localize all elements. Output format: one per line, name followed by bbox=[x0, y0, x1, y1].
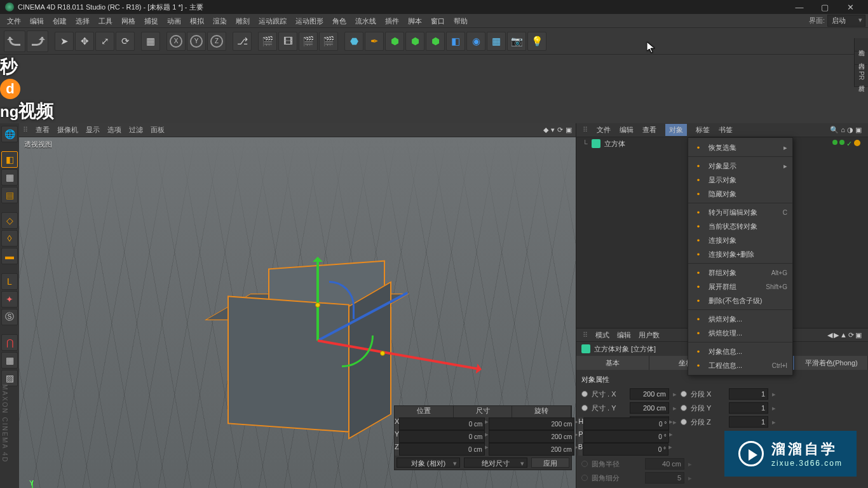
ctx-恢复选集[interactable]: •恢复选集▸ bbox=[688, 140, 792, 154]
close-button[interactable]: ✕ bbox=[837, 3, 863, 12]
attr-menu-用户数[interactable]: 用户数 bbox=[639, 330, 660, 340]
ctx-工程信息...[interactable]: •工程信息...Ctrl+I bbox=[688, 358, 792, 372]
seg-y-input[interactable] bbox=[729, 402, 768, 414]
coord-size-mode-select[interactable]: 绝对尺寸 bbox=[464, 458, 527, 468]
edge-mode-button[interactable]: ◊ bbox=[1, 230, 18, 247]
size-x-input[interactable] bbox=[630, 388, 669, 400]
menu-流水线[interactable]: 流水线 bbox=[351, 14, 381, 28]
anim-dot[interactable] bbox=[581, 391, 588, 397]
om-eye-icon[interactable]: ◑ bbox=[847, 126, 853, 134]
vp-menu-摄像机[interactable]: 摄像机 bbox=[57, 125, 78, 135]
axis-y-toggle[interactable]: Y bbox=[187, 32, 206, 51]
attr-nav-new-icon[interactable]: ▣ bbox=[855, 331, 862, 339]
vp-icon-1[interactable]: ◆ bbox=[543, 126, 548, 134]
phong-tag-icon[interactable] bbox=[854, 140, 860, 146]
ctx-转为可编辑对象[interactable]: •转为可编辑对象C bbox=[688, 205, 792, 219]
poly-mode-button[interactable]: ▬ bbox=[1, 248, 18, 264]
coord-pos-Y[interactable] bbox=[399, 430, 485, 443]
attr-nav-lock-icon[interactable]: ⟳ bbox=[848, 331, 854, 339]
axis-x-toggle[interactable]: X bbox=[166, 32, 186, 51]
texture-mode-button[interactable]: ▦ bbox=[1, 169, 18, 186]
vis-editor-dot[interactable] bbox=[832, 140, 837, 145]
menu-文件[interactable]: 文件 bbox=[3, 14, 25, 28]
move-tool[interactable]: ✥ bbox=[75, 32, 94, 51]
menu-捕捉[interactable]: 捕捉 bbox=[140, 14, 163, 28]
coord-system-button[interactable]: ⎇ bbox=[233, 32, 252, 51]
ctx-显示对象[interactable]: •显示对象 bbox=[688, 173, 792, 187]
ctx-对象信息...[interactable]: •对象信息... bbox=[688, 344, 792, 358]
attr-menu-模式[interactable]: 模式 bbox=[595, 330, 609, 340]
side-tab-内容[interactable]: 内容 bbox=[855, 51, 867, 65]
camera-button[interactable]: 📷 bbox=[507, 32, 526, 51]
vp-menu-面板[interactable]: 面板 bbox=[151, 125, 165, 135]
gizmo-y-axis[interactable] bbox=[316, 258, 319, 341]
attr-tab-基本[interactable]: 基本 bbox=[576, 356, 649, 370]
axis-z-toggle[interactable]: Z bbox=[207, 32, 226, 51]
light-button[interactable]: 💡 bbox=[527, 32, 546, 51]
seg-x-input[interactable] bbox=[729, 388, 768, 400]
seg-z-input[interactable] bbox=[729, 416, 768, 428]
menu-窗口[interactable]: 窗口 bbox=[426, 14, 449, 28]
size-y-input[interactable] bbox=[630, 402, 669, 414]
deformer-button[interactable]: ◧ bbox=[446, 32, 465, 51]
render-pv-button[interactable]: 🎬 bbox=[319, 32, 338, 51]
generator2-button[interactable]: ⬢ bbox=[405, 32, 424, 51]
vis-render-dot[interactable] bbox=[839, 140, 844, 145]
environment-button[interactable]: ◉ bbox=[466, 32, 485, 51]
generator-button[interactable]: ⬢ bbox=[385, 32, 404, 51]
menu-创建[interactable]: 创建 bbox=[48, 14, 71, 28]
menu-脚本[interactable]: 脚本 bbox=[403, 14, 426, 28]
scene-button[interactable]: ▦ bbox=[487, 32, 506, 51]
gizmo-knob-y[interactable] bbox=[315, 302, 320, 308]
scale-tool[interactable]: ⤢ bbox=[95, 32, 114, 51]
undo-button[interactable] bbox=[4, 30, 25, 52]
vp-icon-2[interactable]: ▾ bbox=[551, 126, 555, 134]
model-mode-button[interactable]: ◧ bbox=[1, 151, 18, 168]
coord-rot-Y[interactable] bbox=[583, 430, 669, 443]
menu-网格[interactable]: 网格 bbox=[117, 14, 140, 28]
ctx-群组对象[interactable]: •群组对象Alt+G bbox=[688, 266, 792, 280]
om-search-icon[interactable]: 🔍 bbox=[830, 126, 839, 134]
coord-pos-X[interactable] bbox=[399, 417, 485, 430]
ctx-烘焙对象...[interactable]: •烘焙对象... bbox=[688, 312, 792, 326]
anim-dot[interactable] bbox=[681, 419, 687, 425]
redo-button[interactable] bbox=[27, 30, 48, 52]
enable-check-icon[interactable]: ✓ bbox=[846, 140, 852, 148]
snap-button[interactable]: Ⓢ bbox=[1, 309, 18, 325]
om-menu-编辑[interactable]: 编辑 bbox=[620, 125, 634, 135]
side-tab-构造[interactable]: 构造 bbox=[855, 38, 867, 51]
menu-工具[interactable]: 工具 bbox=[94, 14, 117, 28]
attr-menu-编辑[interactable]: 编辑 bbox=[617, 330, 631, 340]
om-menu-标签[interactable]: 标签 bbox=[696, 125, 710, 135]
render-settings-button[interactable]: 🎬 bbox=[299, 32, 318, 51]
cube-object[interactable] bbox=[227, 264, 412, 455]
mograph-button[interactable]: ⬢ bbox=[426, 32, 445, 51]
gizmo-knob-x[interactable] bbox=[380, 351, 385, 356]
vp-icon-3[interactable]: ⟳ bbox=[557, 126, 563, 134]
menu-雕刻[interactable]: 雕刻 bbox=[231, 14, 254, 28]
attr-nav-up-icon[interactable]: ▲ bbox=[840, 331, 847, 339]
ctx-隐藏对象[interactable]: •隐藏对象 bbox=[688, 187, 792, 201]
menu-运动跟踪[interactable]: 运动跟踪 bbox=[254, 14, 291, 28]
anim-dot[interactable] bbox=[681, 391, 687, 397]
om-menu-书签[interactable]: 书签 bbox=[719, 125, 733, 135]
menu-动画[interactable]: 动画 bbox=[163, 14, 186, 28]
menu-插件[interactable]: 插件 bbox=[381, 14, 403, 28]
vp-icon-4[interactable]: ▣ bbox=[566, 126, 572, 134]
render-region-button[interactable]: 🎞 bbox=[278, 32, 297, 51]
rotate-tool[interactable]: ⟳ bbox=[116, 32, 135, 51]
make-editable-button[interactable]: 🌐 bbox=[1, 126, 18, 142]
tweak-mode-button[interactable]: ✦ bbox=[1, 291, 18, 308]
workplane-button[interactable]: ▤ bbox=[1, 187, 18, 203]
coord-space-select[interactable]: 对象 (相对) bbox=[397, 458, 460, 468]
menu-运动图形[interactable]: 运动图形 bbox=[291, 14, 328, 28]
select-tool[interactable]: ➤ bbox=[55, 32, 74, 51]
side-tab-PR材质[interactable]: PR材质 bbox=[855, 65, 867, 87]
recent-tool[interactable]: ▦ bbox=[141, 32, 160, 51]
menu-选择[interactable]: 选择 bbox=[71, 14, 94, 28]
maximize-button[interactable]: ▢ bbox=[812, 3, 837, 12]
om-max-icon[interactable]: ▣ bbox=[855, 126, 862, 134]
vp-menu-过滤[interactable]: 过滤 bbox=[129, 125, 143, 135]
coord-size-Z[interactable] bbox=[489, 443, 574, 456]
om-menu-对象[interactable]: 对象 bbox=[665, 124, 687, 136]
